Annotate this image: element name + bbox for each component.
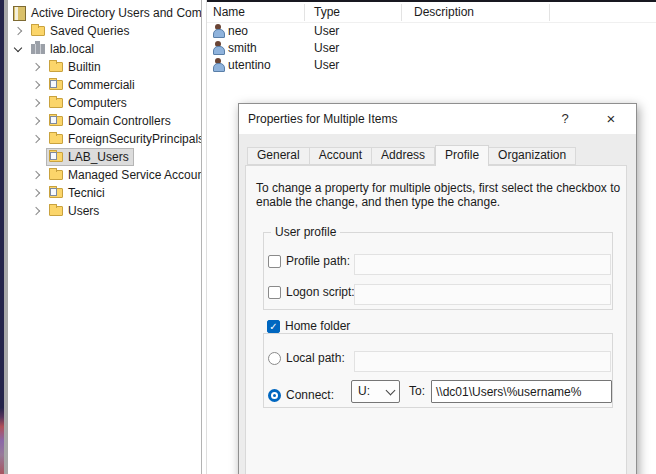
tree-item-label: Tecnici xyxy=(68,186,105,200)
chevron-collapsed-icon[interactable] xyxy=(28,202,46,220)
user-type: User xyxy=(314,58,339,72)
column-divider[interactable] xyxy=(304,4,305,21)
logon-script-input[interactable] xyxy=(354,284,611,305)
profile-path-label: Profile path: xyxy=(286,255,350,268)
column-header-description[interactable]: Description xyxy=(414,3,474,22)
tab-address[interactable]: Address xyxy=(372,147,435,165)
local-path-radio[interactable] xyxy=(268,352,281,365)
user-row-utentino[interactable]: utentinoUser xyxy=(207,57,656,74)
user-row-smith[interactable]: smithUser xyxy=(207,40,656,57)
logon-script-label: Logon script: xyxy=(286,286,355,299)
user-row-neo[interactable]: neoUser xyxy=(207,23,656,40)
user-icon xyxy=(213,58,225,72)
tree-item-label: lab.local xyxy=(50,42,94,56)
logon-script-checkbox[interactable] xyxy=(268,286,281,299)
local-path-input[interactable] xyxy=(354,351,611,372)
tree-item-domain-controllers[interactable]: Domain Controllers xyxy=(8,112,201,130)
chevron-expanded-icon[interactable] xyxy=(10,40,28,58)
tree-item-computers[interactable]: Computers xyxy=(8,94,201,112)
connect-radio[interactable] xyxy=(268,389,281,402)
tab-profile[interactable]: Profile xyxy=(435,145,489,166)
tree-item-label: Managed Service Accoun xyxy=(68,168,202,182)
chevron-collapsed-icon[interactable] xyxy=(28,58,46,76)
tree-item-foreignsecurityprincipals[interactable]: ForeignSecurityPrincipals xyxy=(8,130,201,148)
drive-letter-value: U: xyxy=(358,385,370,398)
tab-organization[interactable]: Organization xyxy=(489,147,576,165)
chevron-collapsed-icon[interactable] xyxy=(28,166,46,184)
properties-dialog: Properties for Multiple Items ? × Genera… xyxy=(238,103,637,474)
chevron-down-icon xyxy=(386,386,396,396)
ou-folder-icon xyxy=(49,116,63,126)
user-type: User xyxy=(314,41,339,55)
tree-item-managed-service-accoun[interactable]: Managed Service Accoun xyxy=(8,166,201,184)
list-header: Name Type Description xyxy=(207,3,656,23)
chevron-collapsed-icon[interactable] xyxy=(28,130,46,148)
domain-icon xyxy=(31,44,45,54)
home-folder-group: Local path: Connect: U: To: \\dc01\Users… xyxy=(263,333,613,408)
tab-account[interactable]: Account xyxy=(310,147,372,165)
tree-item-label: Domain Controllers xyxy=(68,114,171,128)
folder-icon xyxy=(49,62,63,72)
local-path-label: Local path: xyxy=(286,352,345,365)
dialog-tabstrip: GeneralAccountAddressProfileOrganization xyxy=(247,146,576,166)
ou-folder-icon xyxy=(49,80,63,90)
to-label: To: xyxy=(409,385,425,398)
home-folder-path-input[interactable]: \\dc01\Users\%username% xyxy=(431,380,612,403)
profile-path-checkbox[interactable] xyxy=(268,255,281,268)
chevron-collapsed-icon[interactable] xyxy=(28,94,46,112)
user-profile-group-title: User profile xyxy=(271,226,340,239)
user-icon xyxy=(213,41,225,55)
home-folder-checkbox[interactable]: ✓ xyxy=(267,320,280,333)
ou-folder-icon xyxy=(49,188,63,198)
console-root-icon xyxy=(13,6,26,21)
tree-item-label: Saved Queries xyxy=(50,24,129,38)
tree-item-label: ForeignSecurityPrincipals xyxy=(68,132,202,146)
tree-item-commerciali[interactable]: Commerciali xyxy=(8,76,201,94)
drive-letter-dropdown[interactable]: U: xyxy=(351,380,400,403)
folder-icon xyxy=(31,26,45,36)
tree-item-users[interactable]: Users xyxy=(8,202,201,220)
chevron-collapsed-icon[interactable] xyxy=(28,184,46,202)
user-icon xyxy=(213,24,225,38)
window-top-edge xyxy=(207,0,656,2)
user-name: smith xyxy=(228,41,257,55)
folder-icon xyxy=(49,134,63,144)
dialog-titlebar[interactable]: Properties for Multiple Items ? × xyxy=(239,104,636,134)
chevron-collapsed-icon[interactable] xyxy=(10,22,28,40)
user-name: neo xyxy=(228,24,248,38)
user-profile-group: User profile Profile path: Logon script: xyxy=(263,232,613,310)
tree-item-label: Users xyxy=(68,204,99,218)
column-divider[interactable] xyxy=(401,4,402,21)
dialog-description: To change a property for multiple object… xyxy=(256,181,620,209)
profile-path-input[interactable] xyxy=(354,254,611,275)
tree-item-label: Computers xyxy=(68,96,127,110)
column-header-name[interactable]: Name xyxy=(213,3,245,22)
user-name: utentino xyxy=(228,58,271,72)
column-divider[interactable] xyxy=(549,4,550,21)
tree-item-lab-local[interactable]: lab.local xyxy=(8,40,201,58)
tree-item-label: Builtin xyxy=(68,60,101,74)
user-list: neoUsersmithUserutentinoUser xyxy=(207,23,656,74)
column-header-type[interactable]: Type xyxy=(314,3,340,22)
close-icon[interactable]: × xyxy=(595,104,627,134)
description-line: enable the change, and then type the cha… xyxy=(256,195,620,209)
help-button[interactable]: ? xyxy=(549,104,581,134)
tree-item-saved-queries[interactable]: Saved Queries xyxy=(8,22,201,40)
folder-icon xyxy=(49,98,63,108)
chevron-collapsed-icon[interactable] xyxy=(28,112,46,130)
connect-label: Connect: xyxy=(286,389,334,402)
tree-item-label: Active Directory Users and Com xyxy=(31,6,202,20)
console-tree-pane: Active Directory Users and ComSaved Quer… xyxy=(8,0,202,474)
folder-icon xyxy=(49,170,63,180)
console-tree: Active Directory Users and ComSaved Quer… xyxy=(8,4,201,220)
ou-folder-icon xyxy=(49,152,63,162)
tree-item-tecnici[interactable]: Tecnici xyxy=(8,184,201,202)
tree-item-active-directory-users-and-com[interactable]: Active Directory Users and Com xyxy=(8,4,201,22)
tree-item-builtin[interactable]: Builtin xyxy=(8,58,201,76)
tree-item-lab-users[interactable]: LAB_Users xyxy=(8,148,201,166)
chevron-collapsed-icon[interactable] xyxy=(28,76,46,94)
tab-general[interactable]: General xyxy=(247,147,310,165)
tree-item-label: LAB_Users xyxy=(68,150,129,164)
user-type: User xyxy=(314,24,339,38)
profile-tab-page: To change a property for multiple object… xyxy=(245,165,627,474)
